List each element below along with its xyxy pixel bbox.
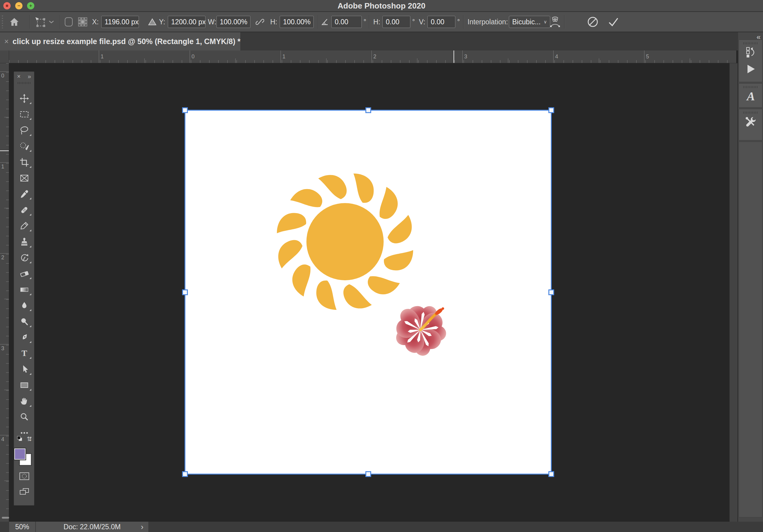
rectangular-marquee-tool[interactable] [19,108,30,120]
transform-handle-bottom-right[interactable] [548,471,554,477]
eyedropper-tool[interactable] [19,188,30,200]
rotation-input[interactable]: 0.00 [331,16,362,28]
h-skew-unit: ° [412,18,415,26]
transform-handle-bottom-left[interactable] [182,471,188,477]
canvas-pasteboard[interactable] [9,63,729,522]
history-brush-tool[interactable] [19,252,30,264]
y-position-input[interactable]: 1200.00 px [168,16,205,28]
actions-panel-icon[interactable] [739,64,763,75]
width-label: W: [208,18,216,26]
tool-flyout-indicator [30,134,31,136]
tool-flyout-indicator [30,230,31,231]
close-document-icon[interactable]: × [4,37,13,46]
tool-flyout-indicator [30,246,31,248]
move-tool[interactable] [19,92,30,105]
gradient-tool[interactable] [19,284,30,296]
panel-dock: « A [738,32,763,522]
tool-flyout-indicator [30,373,31,375]
y-label: Y: [159,18,165,26]
spot-healing-brush-tool[interactable] [19,204,30,216]
ruler-origin-corner[interactable] [0,51,9,63]
ruler-label: 3 [1,345,4,352]
object-selection-tool[interactable] [19,140,30,152]
divider [369,15,369,29]
history-panel-icon[interactable] [739,47,763,59]
transform-tool-icon [34,12,46,32]
brush-tool[interactable] [19,220,30,232]
options-bar-grip[interactable] [2,16,3,28]
transform-handle-top-left[interactable] [182,107,188,113]
path-selection-tool[interactable] [19,363,30,375]
vertical-scrollbar-track[interactable] [729,63,738,522]
zoom-tool[interactable] [19,411,30,423]
transform-handle-middle-left[interactable] [182,289,188,295]
cursor-position-marker [0,151,9,151]
glyphs-panel-icon[interactable]: A [739,89,763,103]
interpolation-select[interactable]: Bicubic... ∨ [509,16,550,28]
tool-flyout-indicator [30,357,31,359]
tool-presets-panel-icon[interactable] [739,116,763,129]
ruler-label: 0 [1,73,4,79]
tool-flyout-indicator [30,150,31,152]
document-size-status[interactable]: Doc: 22.0M/25.0M › [36,522,148,532]
cancel-transform-button[interactable] [587,12,599,32]
clone-stamp-tool[interactable] [19,236,30,248]
reference-point-grid-icon[interactable] [77,12,88,32]
ruler-label: 1 [101,53,104,60]
width-input[interactable]: 100.00% [216,16,251,28]
commit-transform-button[interactable] [607,12,620,32]
crop-tool[interactable] [19,156,30,168]
pen-tool[interactable] [19,331,30,344]
screen-mode-icon[interactable] [19,487,30,496]
lasso-tool[interactable] [19,124,30,137]
document-tab-title: click up resize example file.psd @ 50% (… [13,37,241,46]
status-options-chevron-icon[interactable]: › [141,522,144,532]
height-input[interactable]: 100.00% [280,16,314,28]
foreground-color-swatch[interactable] [14,448,26,460]
maintain-aspect-ratio-icon[interactable] [256,12,264,32]
expand-tools-panel-icon[interactable]: » [28,73,31,80]
svg-text:⇅: ⇅ [27,436,32,442]
frame-tool[interactable] [19,172,30,184]
height-label: H: [270,18,277,26]
divider [318,15,318,29]
close-tools-panel-icon[interactable]: × [17,73,21,80]
eraser-tool[interactable] [19,267,30,280]
tool-flyout-indicator [30,309,31,311]
blur-tool[interactable] [19,299,30,312]
title-bar: − + Adobe Photoshop 2020 [0,0,763,12]
transform-handle-top-right[interactable] [548,107,554,113]
v-skew-unit: ° [457,18,460,26]
reference-point-checkbox[interactable] [65,12,73,32]
transform-handle-bottom-center[interactable] [366,471,371,477]
horizontal-scrollbar-thumb[interactable] [2,517,9,519]
tools-panel: × » T ⇅ [14,71,34,505]
warp-mode-icon[interactable] [548,12,562,32]
tool-flyout-indicator [30,277,31,279]
dodge-tool[interactable] [19,316,30,328]
v-skew-input[interactable]: 0.00 [427,16,455,28]
document-canvas[interactable] [185,111,551,474]
angle-unit: ° [364,18,366,26]
type-tool[interactable]: T [19,347,30,359]
rectangle-shape-tool[interactable] [19,379,30,391]
relative-positioning-icon[interactable] [148,12,157,32]
zoom-level-field[interactable]: 50% [9,522,35,532]
home-icon[interactable] [9,12,20,32]
tools-panel-grip[interactable] [18,82,31,84]
hand-tool[interactable] [19,395,30,407]
left-ruler[interactable]: 01234 [0,63,9,522]
tool-flyout-indicator [30,118,31,120]
document-tab[interactable]: × click up resize example file.psd @ 50%… [0,32,241,51]
tool-preset-chevron-icon[interactable] [49,12,54,32]
transform-handle-middle-right[interactable] [548,289,554,295]
top-ruler[interactable]: 1012345 [9,51,736,63]
x-position-input[interactable]: 1196.00 px [101,16,139,28]
tool-flyout-indicator [30,102,31,104]
transform-handle-top-center[interactable] [366,107,371,113]
divider [60,15,60,29]
default-colors-icon[interactable]: ⇅ [16,435,32,443]
document-tab-bar: × click up resize example file.psd @ 50%… [0,32,763,51]
quick-mask-icon[interactable] [19,472,30,480]
h-skew-input[interactable]: 0.00 [382,16,410,28]
